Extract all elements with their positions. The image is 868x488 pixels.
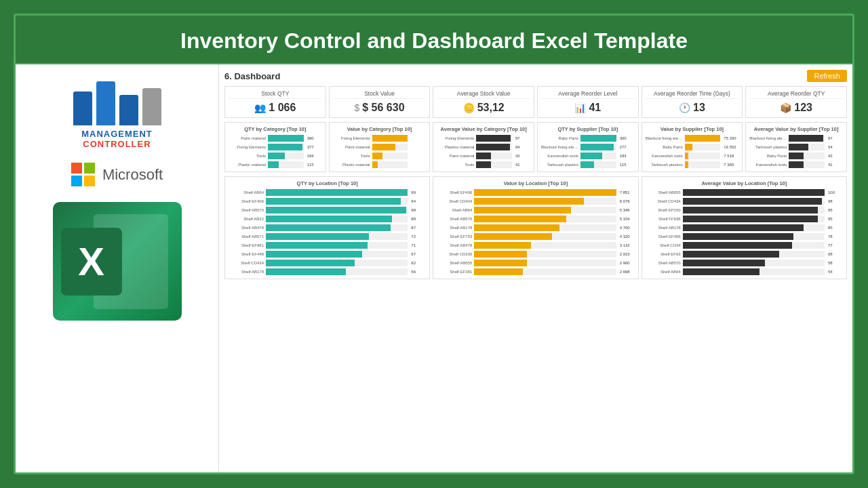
bar-val-5-0: 97: [828, 136, 843, 140]
bar-row-5-1: Tarboush plastics 54: [749, 144, 843, 150]
bar-track-3-3: [580, 161, 616, 168]
bar-label-5-1: Tarboush plastics: [749, 145, 787, 149]
bottom-bar-fill-1-8: [474, 260, 526, 266]
bottom-bar-fill-2-3: [683, 216, 818, 222]
bar-chart-5: Blackout fixing elements 97 Tarboush pla…: [749, 135, 843, 168]
bottom-chart-0: QTY by Location [Top 10] Shelf AB64 99 S…: [224, 176, 430, 279]
bar-fill-5-3: [789, 161, 804, 168]
bar-label-1-1: Paint material: [333, 145, 370, 149]
bar-label-4-1: Baby Parts: [646, 145, 683, 149]
bottom-bar-track-1-4: [474, 224, 616, 231]
bottom-bar-row-2-5: Shelf EF406 78: [646, 233, 843, 240]
excel-logo: X: [50, 201, 185, 323]
bar-label-3-2: Kanvendish tools: [541, 154, 578, 158]
kpi-card-5: Average Reorder QTY 📦 123: [745, 86, 847, 118]
bar-val-0-3: 115: [307, 163, 322, 167]
bottom-bar-val-1-3: 5 104: [620, 217, 635, 221]
bar-track-2-3: [476, 161, 512, 168]
bar-label-2-0: Fixing Elements: [437, 136, 474, 140]
bottom-bar-val-2-6: 77: [828, 243, 843, 247]
bottom-bar-row-0-3: Shelf AB22 88: [229, 216, 426, 222]
bottom-bar-label-2-2: Shelf EP150: [646, 208, 681, 212]
bar-row-2-0: Fixing Elements 97: [437, 135, 530, 142]
kpi-value-0: 1 066: [269, 102, 296, 114]
bottom-bar-label-0-3: Shelf AB22: [229, 217, 264, 221]
bottom-bar-chart-2: Shelf AB655 100 Shelf CD434 98 Shelf EP1…: [646, 189, 843, 275]
bottom-bar-val-0-3: 88: [411, 217, 426, 221]
bar-val-2-1: 94: [515, 145, 530, 149]
bar-4: [142, 88, 161, 125]
kpi-value-1: $ 56 630: [362, 102, 404, 114]
kpi-label-4: Average Reorder Time (Days): [646, 90, 738, 99]
bar-label-0-3: Plastic material: [229, 163, 266, 167]
microsoft-label: Microsoft: [102, 166, 163, 184]
bottom-bar-label-0-1: Shelf EF406: [229, 199, 264, 203]
bar-row-5-0: Blackout fixing elements 97: [749, 135, 843, 142]
bar-row-0-0: Paint material 390: [229, 135, 322, 142]
bar-row-3-1: Blackout fixing elements 277: [541, 144, 635, 150]
bar-val-3-3: 115: [620, 163, 635, 167]
bar-track-0-1: [268, 144, 304, 150]
content-area: MANAGEMENT CONTROLLER Microsoft: [16, 63, 852, 472]
bottom-bar-label-1-3: Shelf AB570: [437, 217, 472, 221]
bottom-bar-row-0-6: Shelf EF981 71: [229, 242, 426, 249]
bottom-bar-row-1-6: Shelf AB478 3 132: [437, 242, 634, 249]
bar-label-3-3: Tarboush plastics: [541, 163, 578, 167]
bottom-bar-fill-1-0: [474, 189, 616, 196]
top-chart-5: Average Value by Supplier [Top 10] Black…: [745, 122, 847, 172]
bar-row-1-2: Tools: [333, 152, 427, 159]
bottom-bar-label-0-2: Shelf AB570: [229, 208, 264, 212]
kpi-card-4: Average Reorder Time (Days) 🕐 13: [642, 86, 743, 118]
bottom-bar-row-0-4: Shelf AB478 87: [229, 224, 426, 231]
bottom-bar-track-1-5: [474, 233, 616, 240]
bar-label-3-0: Baby Parts: [541, 136, 578, 140]
bar-track-5-2: [789, 152, 825, 159]
bottom-bar-val-1-6: 3 132: [620, 243, 635, 247]
bar-label-1-2: Tools: [333, 154, 370, 158]
kpi-row: Stock QTY 👥 1 066 Stock Value $ $ 56 630…: [224, 86, 847, 118]
outer-container: Inventory Control and Dashboard Excel Te…: [14, 14, 854, 474]
bottom-bar-fill-0-8: [266, 260, 355, 266]
kpi-icon-4: 🕐: [679, 102, 690, 113]
bar-label-2-3: Tools: [437, 163, 474, 167]
bar-track-5-1: [789, 144, 825, 150]
bottom-bar-fill-2-5: [683, 233, 793, 240]
bar-track-1-1: [372, 144, 408, 150]
bottom-bar-fill-2-0: [683, 189, 825, 196]
top-chart-4: Value by Supplier [Top 10] Blackout fixi…: [642, 122, 743, 172]
bottom-bar-fill-0-0: [266, 189, 408, 196]
bottom-bar-label-2-4: Shelf AB178: [646, 226, 681, 230]
bar-fill-1-1: [372, 144, 395, 150]
kpi-label-3: Average Reorder Level: [542, 90, 634, 99]
bar-val-5-2: 42: [828, 154, 843, 158]
bar-val-3-2: 184: [620, 154, 635, 158]
bottom-bar-fill-0-4: [266, 224, 391, 231]
bar-3: [119, 95, 138, 125]
bottom-bar-track-1-1: [474, 198, 616, 205]
bar-label-4-3: Tarboush plastics: [646, 163, 683, 167]
bar-fill-3-2: [580, 152, 602, 159]
chart-title-3: QTY by Supplier [Top 10]: [541, 126, 635, 132]
bottom-bar-track-2-9: [683, 268, 825, 275]
bar-row-4-2: Kanvendish tools 7 518: [646, 152, 739, 159]
bar-val-5-3: 41: [828, 163, 843, 167]
refresh-button[interactable]: Refresh: [807, 70, 847, 82]
bar-row-3-2: Kanvendish tools 184: [541, 152, 635, 159]
bottom-chart-title-0: QTY by Location [Top 10]: [229, 180, 426, 186]
bottom-bar-val-1-9: 2 698: [620, 270, 635, 274]
kpi-label-1: Stock Value: [334, 90, 426, 99]
bottom-bar-fill-1-2: [474, 207, 571, 214]
kpi-value-3: 41: [589, 102, 601, 114]
kpi-icon-3: 📊: [574, 102, 586, 113]
left-panel: MANAGEMENT CONTROLLER Microsoft: [16, 64, 219, 472]
bottom-bar-label-1-1: Shelf CD404: [437, 199, 472, 203]
bar-val-0-1: 377: [307, 145, 322, 149]
kpi-icon-1: $: [354, 102, 359, 113]
bottom-bar-row-2-6: Shelf CD34 77: [646, 242, 843, 249]
bar-label-2-1: Plastics material: [437, 145, 474, 149]
bar-row-2-1: Plastics material 94: [437, 144, 530, 150]
bottom-bar-row-1-4: Shelf AB178 4 700: [437, 224, 634, 231]
bottom-bar-track-0-9: [266, 268, 408, 275]
bar-label-5-0: Blackout fixing elements: [749, 136, 787, 140]
bottom-bar-fill-0-7: [266, 251, 362, 258]
